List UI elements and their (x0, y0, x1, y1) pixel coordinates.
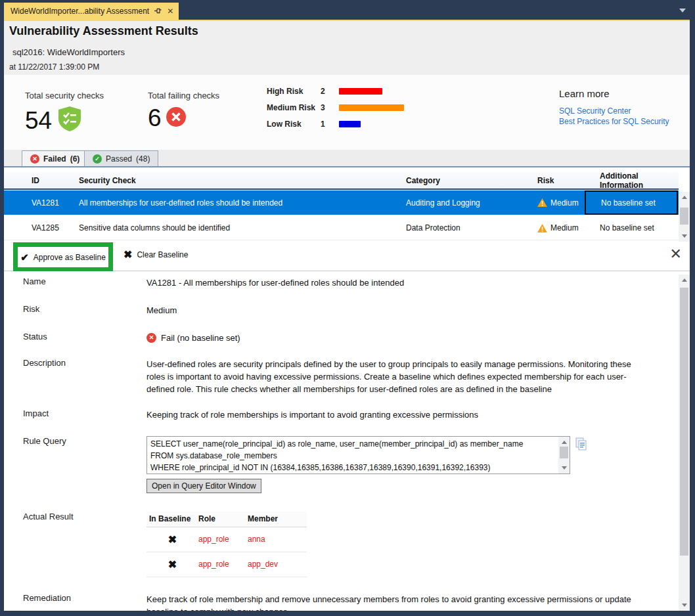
scan-timestamp: at 11/22/2017 1:39:00 PM (9, 62, 99, 72)
name-value: VA1281 - All memberships for user-define… (146, 276, 650, 289)
col-category[interactable]: Category (402, 176, 533, 185)
medium-risk-bar (339, 104, 404, 111)
baseline-toolbar: ✔ Approve as Baseline ✖ Clear Baseline ✕ (4, 242, 690, 271)
remediation-label: Remediation (4, 593, 146, 611)
cell-id: VA1285 (4, 223, 75, 232)
tab-failed[interactable]: ✕ Failed (6) (22, 150, 88, 166)
cell-risk: Medium (533, 223, 585, 232)
impact-value: Keeping track of role memberships is imp… (146, 408, 650, 421)
open-in-query-editor-button[interactable]: Open in Query Editor Window (146, 479, 261, 493)
medium-risk-count: 3 (321, 103, 339, 112)
high-risk-label: High Risk (267, 87, 321, 96)
list-item: ✖ app_role app_dev (146, 552, 307, 577)
assessment-pane: Vulnerability Assessment Results sql2016… (4, 21, 690, 611)
role-value: app_role (198, 558, 248, 571)
server-database-label: sql2016: WideWorldImporters (12, 47, 125, 57)
scroll-up-icon[interactable] (679, 192, 690, 203)
cell-additional-info: No baseline set (585, 223, 678, 232)
actual-result-label: Actual Result (4, 512, 146, 577)
medium-risk-label: Medium Risk (267, 103, 321, 112)
passed-tab-count: (48) (136, 154, 150, 164)
check-icon: ✔ (20, 252, 29, 263)
high-risk-bar (339, 88, 382, 95)
low-risk-bar (339, 121, 361, 127)
tab-list-dropdown-icon[interactable] (679, 9, 686, 12)
total-checks-group: Total security checks 54 (25, 91, 104, 135)
high-risk-count: 2 (321, 87, 339, 96)
grid-header-row: ID Security Check Category Risk Addition… (4, 172, 679, 190)
fail-circle-icon (166, 106, 187, 130)
list-item: ✖ app_role anna (146, 527, 307, 552)
learn-more-section: Learn more SQL Security Center Best Prac… (559, 88, 669, 127)
clear-baseline-label: Clear Baseline (137, 250, 188, 259)
approve-as-baseline-button[interactable]: ✔ Approve as Baseline (13, 242, 113, 272)
high-risk-row: High Risk 2 (267, 83, 404, 99)
scroll-down-icon[interactable] (679, 600, 690, 611)
medium-risk-row: Medium Risk 3 (267, 99, 404, 116)
table-row[interactable]: VA1281 All memberships for user-defined … (4, 190, 679, 215)
grid-scrollbar[interactable] (679, 192, 690, 242)
member-value: anna (248, 533, 307, 546)
query-line: FROM sys.database_role_members (150, 450, 555, 462)
checks-grid: ID Security Check Category Risk Addition… (4, 172, 679, 240)
failing-checks-group: Total failing checks 6 (148, 91, 219, 130)
grid-scrollbar-thumb[interactable] (680, 208, 688, 225)
status-label: Status (4, 332, 146, 344)
low-risk-row: Low Risk 1 (267, 116, 404, 132)
col-security-check[interactable]: Security Check (75, 176, 402, 185)
document-tab[interactable]: WideWorldImporter...ability Assessment ✕ (4, 3, 179, 20)
total-checks-value: 54 (25, 108, 52, 133)
tab-close-icon[interactable]: ✕ (167, 7, 173, 15)
passed-check-icon: ✓ (93, 154, 102, 164)
details-scrollbar-thumb[interactable] (680, 288, 688, 556)
member-value: app_dev (248, 558, 307, 571)
cell-category: Auditing and Logging (402, 198, 533, 208)
tab-passed[interactable]: ✓ Passed (48) (84, 150, 158, 166)
passed-tab-label: Passed (106, 154, 132, 164)
cell-security-check: Sensitive data columns should be identif… (75, 223, 402, 232)
role-value: app_role (198, 533, 248, 546)
details-close-icon[interactable]: ✕ (670, 247, 682, 261)
table-row[interactable]: VA1285 Sensitive data columns should be … (4, 216, 679, 240)
col-additional-information[interactable]: Additional Information (585, 171, 678, 190)
scroll-down-icon[interactable] (679, 231, 690, 242)
col-id[interactable]: ID (4, 176, 75, 185)
description-value: User-defined roles are security principa… (146, 358, 650, 395)
scroll-up-icon[interactable] (679, 275, 690, 286)
actual-result-table: In Baseline Role Member ✖ app_role anna … (146, 512, 307, 577)
shield-checklist-icon (56, 106, 83, 135)
not-in-baseline-icon: ✖ (146, 533, 198, 546)
query-scrollbar-thumb[interactable] (560, 447, 568, 458)
document-tabstrip: WideWorldImporter...ability Assessment ✕ (0, 0, 695, 20)
link-best-practices[interactable]: Best Practices for SQL Security (559, 116, 669, 127)
query-line: WHERE role_principal_id NOT IN (16384,16… (150, 462, 555, 473)
page-title: Vulnerability Assessment Results (9, 24, 198, 38)
warning-triangle-icon (537, 198, 547, 207)
rule-query-box[interactable]: SELECT user_name(role_principal_id) as r… (146, 436, 570, 474)
details-scrollbar[interactable] (679, 275, 690, 611)
cell-additional-info-focused[interactable]: No baseline set (585, 190, 678, 215)
query-line: SELECT user_name(role_principal_id) as r… (150, 438, 555, 450)
status-value: Fail (no baseline set) (161, 332, 240, 344)
failed-x-icon: ✕ (30, 154, 39, 164)
copy-icon[interactable] (575, 437, 587, 454)
pin-icon[interactable] (154, 7, 162, 16)
learn-more-title: Learn more (559, 88, 669, 99)
cell-security-check: All memberships for user-defined roles s… (75, 198, 402, 208)
scroll-down-icon[interactable] (558, 462, 570, 473)
link-sql-security-center[interactable]: SQL Security Center (559, 106, 669, 116)
col-in-baseline: In Baseline (146, 513, 198, 525)
cell-risk: Medium (533, 198, 585, 208)
check-details-panel: Name VA1281 - All memberships for user-d… (4, 271, 679, 611)
col-risk[interactable]: Risk (533, 176, 585, 185)
status-fail-icon: ✕ (146, 333, 156, 343)
cell-id: VA1281 (4, 198, 75, 208)
x-icon: ✖ (123, 250, 132, 260)
total-checks-label: Total security checks (25, 91, 104, 100)
query-scrollbar[interactable] (558, 437, 570, 473)
failing-checks-label: Total failing checks (148, 91, 219, 100)
remediation-value: Keep track of role membership and remove… (146, 593, 650, 611)
not-in-baseline-icon: ✖ (146, 558, 198, 571)
clear-baseline-button[interactable]: ✖ Clear Baseline (123, 250, 188, 260)
summary-band: Total security checks 54 Total failing c… (4, 75, 690, 150)
